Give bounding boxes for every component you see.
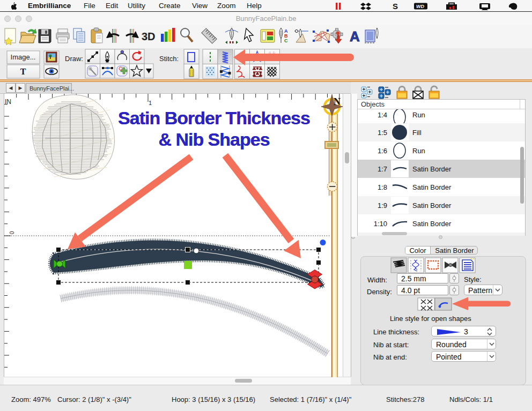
svg-text:& Nib Shapes: & Nib Shapes	[158, 129, 269, 150]
svg-text:N: N	[334, 96, 341, 107]
svg-text:Satin Border Thickness: Satin Border Thickness	[118, 108, 310, 128]
svg-text:1: 1	[149, 100, 152, 106]
svg-text:IN: IN	[5, 98, 11, 106]
svg-text:0: 0	[9, 231, 15, 234]
